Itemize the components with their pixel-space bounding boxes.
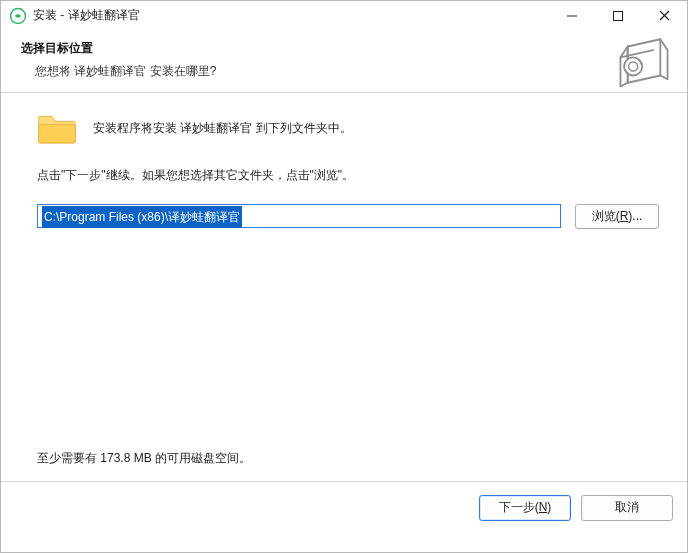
cancel-button[interactable]: 取消 [581,495,673,521]
wizard-header: 选择目标位置 您想将 译妙蛙翻译官 安装在哪里? [1,30,687,92]
intro-text: 安装程序将安装 译妙蛙翻译官 到下列文件夹中。 [93,120,352,137]
browse-button[interactable]: 浏览(R)... [575,204,659,229]
wizard-footer: 下一步(N) 取消 [1,481,687,533]
window-title: 安装 - 译妙蛙翻译官 [33,7,140,24]
box-icon [615,32,673,90]
wizard-body: 安装程序将安装 译妙蛙翻译官 到下列文件夹中。 点击"下一步"继续。如果您想选择… [1,93,687,481]
install-path-value: C:\Program Files (x86)\译妙蛙翻译官 [42,206,242,228]
titlebar: 安装 - 译妙蛙翻译官 [1,0,687,30]
next-button[interactable]: 下一步(N) [479,495,571,521]
svg-rect-2 [614,11,623,20]
app-icon [9,7,27,25]
folder-icon [37,111,77,145]
page-subheading: 您想将 译妙蛙翻译官 安装在哪里? [35,63,667,80]
disk-space-text: 至少需要有 173.8 MB 的可用磁盘空间。 [37,450,251,467]
minimize-button[interactable] [549,1,595,30]
window-controls [549,1,687,30]
page-heading: 选择目标位置 [21,40,667,57]
hint-text: 点击"下一步"继续。如果您想选择其它文件夹，点击"浏览"。 [37,167,659,184]
maximize-button[interactable] [595,1,641,30]
install-path-input[interactable]: C:\Program Files (x86)\译妙蛙翻译官 [37,204,561,228]
close-button[interactable] [641,1,687,30]
